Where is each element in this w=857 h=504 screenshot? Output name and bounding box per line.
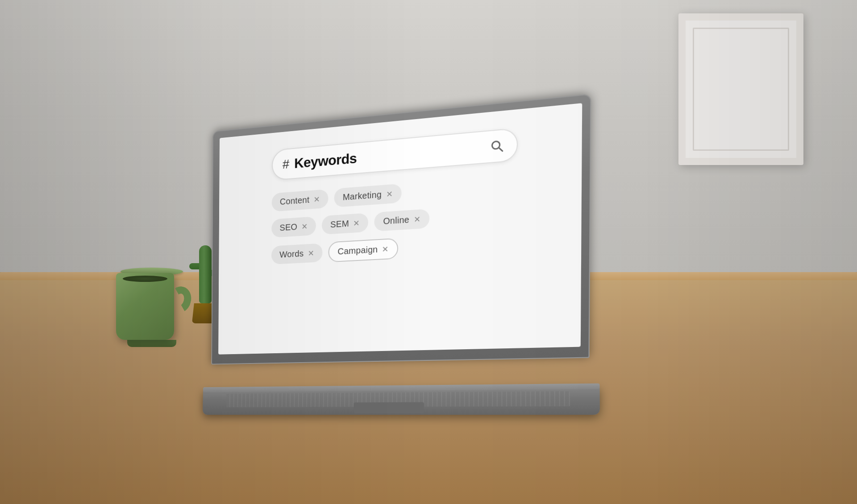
- svg-line-1: [499, 148, 503, 151]
- book-item: [102, 156, 112, 277]
- laptop-screen-assembly: # Keywords: [211, 94, 591, 364]
- book-item: [137, 145, 145, 277]
- bookshelf: [0, 36, 170, 277]
- tags-section: Content ✕ Marketing ✕ SEO: [271, 175, 518, 265]
- tag-sem-label: SEM: [330, 219, 349, 230]
- tag-content-label: Content: [280, 195, 310, 207]
- tag-marketing[interactable]: Marketing ✕: [334, 184, 402, 207]
- book-item: [127, 149, 136, 277]
- laptop-trackpad: [354, 402, 424, 413]
- tag-online-close[interactable]: ✕: [414, 215, 420, 223]
- cactus-arm-left: [189, 263, 199, 269]
- screen-content: # Keywords: [218, 103, 582, 355]
- tag-sem-close[interactable]: ✕: [353, 219, 360, 227]
- book-item: [56, 125, 68, 277]
- book-item: [69, 147, 79, 277]
- tag-words[interactable]: Words ✕: [271, 243, 323, 264]
- frame-inner: [693, 28, 789, 151]
- tag-words-label: Words: [279, 248, 304, 260]
- wall-frame: [678, 13, 803, 165]
- book-item: [47, 161, 55, 277]
- tag-content-close[interactable]: ✕: [314, 195, 320, 203]
- laptop: # Keywords: [203, 97, 600, 415]
- tag-marketing-close[interactable]: ✕: [386, 190, 393, 198]
- cup-body: [116, 273, 174, 340]
- search-input-display[interactable]: Keywords: [294, 138, 489, 171]
- laptop-bezel: # Keywords: [211, 94, 591, 364]
- search-bar[interactable]: # Keywords: [272, 128, 518, 181]
- cup-base: [127, 340, 176, 347]
- tag-campaign[interactable]: Campaign ✕: [328, 238, 398, 263]
- laptop-screen: # Keywords: [218, 103, 582, 355]
- hash-symbol: #: [283, 157, 289, 172]
- tag-campaign-label: Campaign: [337, 244, 378, 256]
- cup-liquid: [123, 276, 167, 282]
- tag-online-label: Online: [383, 215, 409, 227]
- book-item: [22, 152, 31, 277]
- book-item: [94, 165, 101, 277]
- tag-seo-close[interactable]: ✕: [301, 222, 308, 230]
- tags-row-3: Words ✕ Campaign ✕: [271, 231, 517, 265]
- book-item: [9, 134, 21, 277]
- tag-campaign-close[interactable]: ✕: [382, 245, 389, 253]
- tag-words-close[interactable]: ✕: [308, 249, 314, 257]
- tag-seo[interactable]: SEO ✕: [271, 216, 316, 238]
- laptop-base: [203, 386, 600, 415]
- coffee-cup: [116, 268, 187, 357]
- search-icon[interactable]: [488, 137, 505, 155]
- tag-seo-label: SEO: [279, 222, 297, 233]
- book-item: [79, 138, 93, 277]
- tag-marketing-label: Marketing: [343, 190, 382, 202]
- tag-online[interactable]: Online ✕: [374, 209, 430, 231]
- book-item: [32, 143, 46, 277]
- laptop-hinge: [203, 384, 600, 392]
- book-item: [113, 129, 126, 277]
- tag-content[interactable]: Content ✕: [272, 189, 329, 212]
- tag-sem[interactable]: SEM ✕: [322, 213, 368, 235]
